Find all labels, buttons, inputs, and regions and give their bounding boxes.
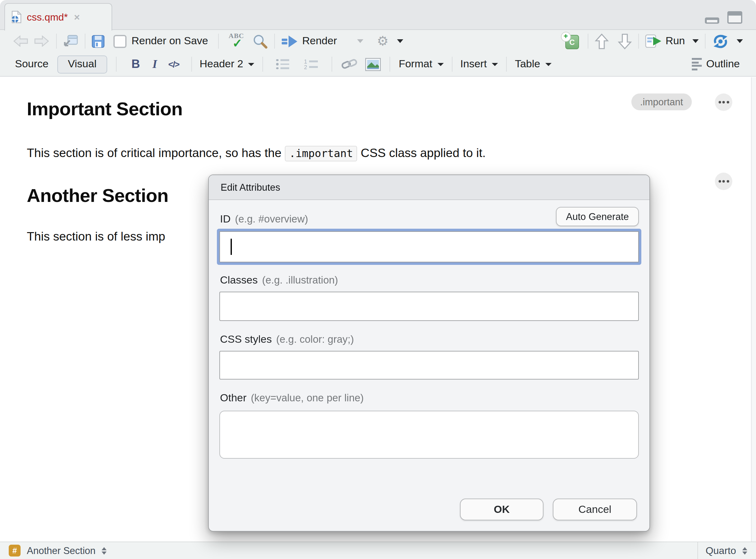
back-arrow-icon[interactable]	[13, 34, 29, 48]
tab-title: css.qmd*	[27, 12, 68, 23]
mode-selector-arrows-icon	[742, 547, 747, 554]
visual-mode-button[interactable]: Visual	[57, 55, 107, 73]
classes-label: Classes(e.g. .illustration)	[220, 274, 338, 287]
bullet-list-icon[interactable]	[276, 59, 289, 69]
numbered-list-icon[interactable]: 1 2	[304, 60, 317, 69]
other-textarea[interactable]	[219, 411, 639, 459]
insert-caret-icon[interactable]	[492, 63, 498, 66]
scrollbar-gutter[interactable]	[751, 77, 756, 541]
editor-status-bar: # Another Section Quarto	[0, 541, 756, 559]
current-section-selector[interactable]: Another Section	[27, 545, 96, 556]
image-icon[interactable]	[365, 58, 380, 71]
table-caret-icon[interactable]	[545, 63, 551, 66]
paragraph-2[interactable]: This section is of less imp	[27, 229, 165, 244]
cancel-button[interactable]: Cancel	[553, 498, 637, 520]
dialog-title: Edit Attributes	[209, 175, 649, 200]
section-selector-arrows-icon[interactable]	[102, 547, 107, 554]
render-options-caret-icon[interactable]	[357, 39, 363, 43]
mode-selector[interactable]: Quarto	[698, 545, 756, 556]
source-mode-button[interactable]: Source	[15, 58, 49, 70]
mode-label: Quarto	[706, 545, 736, 556]
visual-editor-toolbar: Source Visual B I </> Header 2 1 2	[0, 52, 756, 77]
format-menu[interactable]: Format	[399, 58, 432, 70]
editor-tab-bar: css.qmd* ×	[0, 0, 756, 30]
paragraph-1[interactable]: This section is of critical importance, …	[27, 146, 486, 160]
auto-generate-button[interactable]: Auto Generate	[556, 207, 639, 226]
bold-button[interactable]: B	[132, 57, 140, 71]
block-options-icon[interactable]	[715, 93, 732, 111]
css-styles-input[interactable]	[219, 351, 639, 380]
run-button[interactable]: Run	[666, 35, 685, 47]
show-in-new-window-icon[interactable]	[63, 34, 79, 48]
text-caret	[230, 239, 232, 255]
css-styles-label: CSS styles(e.g. color: gray;)	[220, 333, 354, 346]
quarto-file-icon	[11, 10, 22, 24]
outline-icon	[692, 58, 702, 70]
maximize-pane-icon[interactable]	[727, 11, 742, 24]
other-label: Other(key=value, one per line)	[220, 392, 364, 404]
pane-controls	[705, 10, 742, 24]
classes-input[interactable]	[219, 292, 639, 321]
heading-important-section[interactable]: Important Section	[27, 98, 183, 120]
link-icon[interactable]	[340, 58, 357, 70]
spellcheck-icon[interactable]: ABC ✓	[229, 32, 249, 50]
italic-button[interactable]: I	[152, 57, 157, 71]
tab-css-qmd[interactable]: css.qmd* ×	[4, 3, 112, 30]
rstudio-source-pane: css.qmd* ×	[0, 0, 756, 559]
render-button[interactable]: Render	[302, 35, 337, 47]
source-document-icon[interactable]	[712, 34, 729, 48]
go-next-section-icon[interactable]	[618, 33, 632, 49]
outline-toggle[interactable]: Outline	[706, 58, 740, 70]
gear-icon[interactable]: ⚙	[377, 35, 388, 48]
table-menu[interactable]: Table	[515, 58, 540, 70]
ok-button[interactable]: OK	[460, 498, 543, 520]
section-hash-icon: #	[9, 545, 21, 557]
save-icon[interactable]	[92, 35, 105, 48]
code-button[interactable]: </>	[168, 59, 179, 69]
inline-code: .important	[285, 146, 357, 161]
heading-another-section[interactable]: Another Section	[27, 185, 168, 206]
source-options-caret-icon[interactable]	[737, 39, 743, 43]
class-badge[interactable]: .important	[631, 93, 692, 110]
render-on-save-checkbox[interactable]	[113, 35, 127, 48]
edit-attributes-dialog: Edit Attributes ID(e.g. #overview) Auto …	[208, 175, 650, 532]
id-label: ID(e.g. #overview)	[220, 213, 308, 226]
minimize-pane-icon[interactable]	[705, 18, 719, 24]
format-caret-icon[interactable]	[437, 63, 443, 66]
id-input[interactable]	[219, 231, 639, 262]
block-options-icon[interactable]	[715, 173, 732, 190]
insert-chunk-icon[interactable]: C +	[561, 33, 579, 49]
run-options-caret-icon[interactable]	[692, 39, 699, 43]
main-toolbar: Render on Save ABC ✓ Render ⚙ C +	[0, 30, 756, 52]
paragraph-style-dropdown[interactable]: Header 2	[200, 58, 243, 70]
run-icon[interactable]	[645, 34, 662, 48]
render-icon[interactable]	[281, 35, 298, 48]
gear-caret-icon[interactable]	[397, 39, 404, 43]
forward-arrow-icon[interactable]	[33, 34, 50, 48]
search-icon[interactable]	[252, 33, 268, 49]
go-previous-section-icon[interactable]	[595, 33, 609, 49]
tab-close-icon[interactable]: ×	[74, 12, 80, 23]
header-caret-icon[interactable]	[248, 63, 254, 66]
render-on-save-label: Render on Save	[132, 35, 208, 47]
insert-menu[interactable]: Insert	[460, 58, 487, 70]
